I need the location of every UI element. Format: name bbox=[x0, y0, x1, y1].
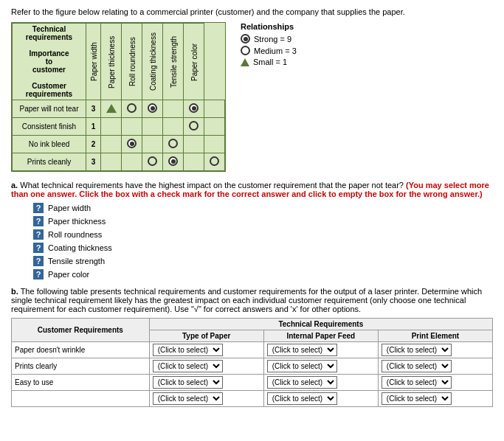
ans-select-0-2[interactable]: (Click to select) bbox=[378, 342, 492, 358]
qfd-cell-3-1 bbox=[122, 153, 142, 171]
corner-cell: Technical requirements Importance to cus… bbox=[13, 24, 86, 100]
select-dropdown-3-1[interactable]: (Click to select) bbox=[267, 392, 337, 405]
checkbox-3[interactable]: ? bbox=[33, 243, 44, 253]
legend-small: Small = 1 bbox=[241, 58, 297, 66]
corner-top2: requirements bbox=[26, 33, 72, 41]
qfd-cell-1-4 bbox=[184, 118, 204, 136]
legend-medium-icon bbox=[241, 46, 250, 55]
ans-select-2-2[interactable]: (Click to select) bbox=[378, 375, 492, 391]
ans-select-0-1[interactable]: (Click to select) bbox=[263, 342, 378, 358]
select-dropdown-0-0[interactable]: (Click to select) bbox=[153, 344, 223, 356]
qfd-row: No ink bleed2 bbox=[13, 136, 225, 153]
qfd-cell-2-0 bbox=[101, 136, 122, 153]
corner-label: Importance bbox=[30, 49, 69, 58]
select-dropdown-3-2[interactable]: (Click to select) bbox=[382, 392, 452, 405]
qfd-importance-3: 3 bbox=[86, 153, 101, 171]
col-header-5: Paper color bbox=[184, 24, 204, 100]
answer-row: Easy to use(Click to select)(Click to se… bbox=[12, 375, 493, 391]
ans-req-3 bbox=[12, 391, 150, 407]
qfd-cell-1-2 bbox=[142, 118, 163, 136]
checkbox-4[interactable]: ? bbox=[33, 256, 44, 266]
qfd-cell-0-4 bbox=[184, 100, 204, 118]
corner-top: Technical bbox=[32, 25, 66, 33]
checkbox-1[interactable]: ? bbox=[33, 216, 44, 226]
qfd-cell-0-3 bbox=[163, 100, 184, 118]
qfd-cell-2-2 bbox=[142, 136, 163, 153]
select-dropdown-2-1[interactable]: (Click to select) bbox=[267, 376, 337, 389]
qfd-cell-2-1 bbox=[122, 136, 142, 153]
ans-req-1: Prints clearly bbox=[12, 358, 150, 375]
ans-select-1-1[interactable]: (Click to select) bbox=[263, 358, 378, 375]
ans-main-header: Technical Requirements bbox=[149, 319, 492, 330]
legend-medium: Medium = 3 bbox=[241, 46, 297, 55]
checkbox-item-1: ?Paper thickness bbox=[33, 216, 493, 226]
qfd-cell-0-0 bbox=[101, 100, 122, 118]
select-dropdown-2-0[interactable]: (Click to select) bbox=[153, 376, 223, 389]
part-a: a. What technical requirements have the … bbox=[11, 181, 493, 279]
qfd-importance-1: 1 bbox=[86, 118, 101, 136]
legend-strong: Strong = 9 bbox=[241, 34, 297, 44]
col-header-3: Coating thickness bbox=[142, 24, 163, 100]
qfd-cell-2-3 bbox=[163, 136, 184, 153]
qfd-req-label-1: Consistent finish bbox=[13, 118, 86, 136]
ans-select-3-2[interactable]: (Click to select) bbox=[378, 391, 492, 407]
part-b: b. The following table presents technica… bbox=[11, 287, 493, 407]
checkbox-item-2: ?Roll roundness bbox=[33, 229, 493, 240]
checkbox-0[interactable]: ? bbox=[33, 203, 44, 213]
legend-small-icon bbox=[241, 58, 249, 66]
qfd-cell-3-4 bbox=[184, 153, 204, 171]
checkbox-item-5: ?Paper color bbox=[33, 269, 493, 279]
checkbox-label-1: Paper thickness bbox=[48, 217, 106, 226]
part-a-question: What technical requirements have the hig… bbox=[20, 181, 404, 190]
select-dropdown-1-2[interactable]: (Click to select) bbox=[382, 360, 452, 372]
ans-select-1-2[interactable]: (Click to select) bbox=[378, 358, 492, 375]
ans-select-0-0[interactable]: (Click to select) bbox=[149, 342, 263, 358]
checkbox-item-3: ?Coating thickness bbox=[33, 243, 493, 253]
qfd-cell-1-1 bbox=[122, 118, 142, 136]
checkbox-label-0: Paper width bbox=[48, 204, 91, 212]
legend-strong-icon bbox=[241, 34, 250, 44]
ans-req-0: Paper doesn't wrinkle bbox=[12, 342, 150, 358]
select-dropdown-0-1[interactable]: (Click to select) bbox=[267, 344, 337, 356]
qfd-cell-3-5 bbox=[204, 153, 225, 171]
qfd-cell-0-1 bbox=[122, 100, 142, 118]
select-dropdown-1-1[interactable]: (Click to select) bbox=[267, 360, 337, 372]
qfd-req-label-3: Prints cleanly bbox=[13, 153, 86, 171]
ans-select-2-1[interactable]: (Click to select) bbox=[263, 375, 378, 391]
part-a-text: a. What technical requirements have the … bbox=[11, 181, 493, 198]
qfd-importance-0: 3 bbox=[86, 100, 101, 118]
legend-small-label: Small = 1 bbox=[253, 58, 287, 66]
checkbox-label-3: Coating thickness bbox=[48, 243, 112, 252]
select-dropdown-3-0[interactable]: (Click to select) bbox=[153, 392, 223, 405]
qfd-row: Prints cleanly3 bbox=[13, 153, 225, 171]
answer-table: Customer Requirements Technical Requirem… bbox=[11, 318, 493, 407]
part-b-label: b. bbox=[11, 287, 18, 296]
checkbox-label-2: Roll roundness bbox=[48, 230, 102, 239]
col-header-4: Tensile strength bbox=[163, 24, 184, 100]
checkbox-label-4: Tensile strength bbox=[48, 257, 105, 265]
select-dropdown-0-2[interactable]: (Click to select) bbox=[382, 344, 452, 356]
part-b-text: b. The following table presents technica… bbox=[11, 287, 493, 313]
ans-select-2-0[interactable]: (Click to select) bbox=[149, 375, 263, 391]
qfd-cell-3-0 bbox=[101, 153, 122, 171]
select-dropdown-2-2[interactable]: (Click to select) bbox=[382, 376, 452, 389]
qfd-cell-2-5 bbox=[204, 136, 225, 153]
checkbox-item-4: ?Tensile strength bbox=[33, 256, 493, 266]
ans-select-3-0[interactable]: (Click to select) bbox=[149, 391, 263, 407]
checkbox-2[interactable]: ? bbox=[33, 229, 44, 240]
ans-col1-header: Customer Requirements bbox=[12, 319, 150, 342]
corner-label5: requirements bbox=[26, 90, 72, 98]
qfd-row: Consistent finish1 bbox=[13, 118, 225, 136]
ans-select-3-1[interactable]: (Click to select) bbox=[263, 391, 378, 407]
ans-select-1-0[interactable]: (Click to select) bbox=[149, 358, 263, 375]
qfd-importance-2: 2 bbox=[86, 136, 101, 153]
select-dropdown-1-0[interactable]: (Click to select) bbox=[153, 360, 223, 372]
legend-strong-label: Strong = 9 bbox=[254, 35, 291, 44]
legend-medium-label: Medium = 3 bbox=[254, 46, 297, 55]
qfd-section: Technical requirements Importance to cus… bbox=[11, 22, 493, 172]
checkbox-5[interactable]: ? bbox=[33, 269, 44, 279]
qfd-req-label-0: Paper will not tear bbox=[13, 100, 86, 118]
col-header-2: Roll roundness bbox=[122, 24, 142, 100]
qfd-table-wrapper: Technical requirements Importance to cus… bbox=[11, 22, 226, 172]
qfd-cell-1-5 bbox=[204, 118, 225, 136]
